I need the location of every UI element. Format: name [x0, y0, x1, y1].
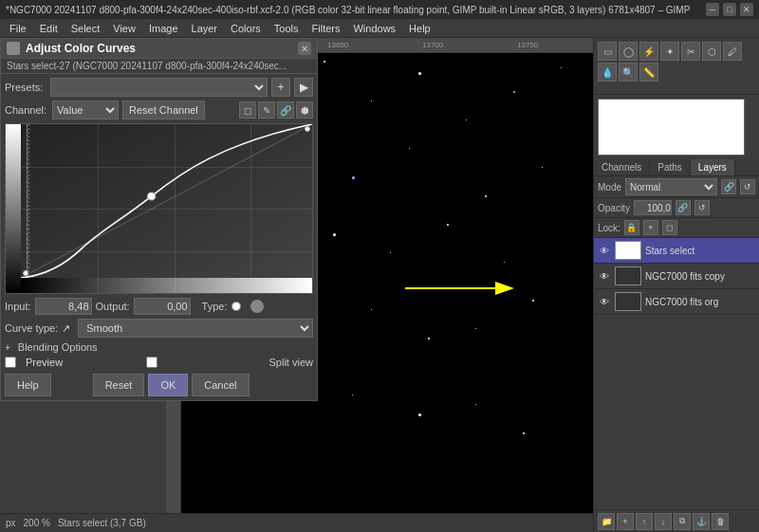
curves-title-left: Adjust Color Curves: [7, 42, 136, 55]
presets-menu-btn[interactable]: ▶: [294, 78, 313, 97]
lock-pixels-btn[interactable]: 🔒: [624, 220, 639, 235]
opacity-chain-btn[interactable]: 🔗: [676, 200, 691, 215]
menu-view[interactable]: View: [107, 21, 141, 36]
tool-paths[interactable]: 🖊: [723, 42, 742, 61]
opacity-reset-btn[interactable]: ↺: [694, 200, 710, 215]
layers-tabs: Channels Paths Layers: [594, 159, 759, 176]
raise-layer-btn[interactable]: ↑: [636, 513, 653, 530]
menu-tools[interactable]: Tools: [268, 21, 305, 36]
cancel-button[interactable]: Cancel: [192, 374, 249, 396]
layer-visibility-1[interactable]: 👁: [598, 244, 611, 257]
curves-close-button[interactable]: ✕: [298, 42, 311, 55]
reset-channel-button[interactable]: Reset Channel: [122, 101, 205, 119]
curve-type-row: Curve type: ↗ Smooth: [5, 319, 313, 338]
layer-visibility-3[interactable]: 👁: [598, 295, 611, 308]
channel-icon-4[interactable]: ⬢: [296, 101, 313, 119]
input-reference-line: [27, 124, 28, 278]
close-button[interactable]: ✕: [740, 3, 753, 16]
channel-icon-3[interactable]: 🔗: [277, 101, 294, 119]
tool-foreground-select[interactable]: ⬡: [702, 42, 721, 61]
curves-subtitle: Stars select-27 (NGC7000 20241107 d800-p…: [1, 59, 317, 74]
lock-alpha-btn[interactable]: ◻: [662, 220, 677, 235]
duplicate-layer-btn[interactable]: ⧉: [674, 513, 691, 530]
channel-icon-2[interactable]: ✎: [258, 101, 275, 119]
opacity-label: Opacity: [598, 203, 630, 213]
tool-scissors[interactable]: ✂: [681, 42, 700, 61]
menu-file[interactable]: File: [4, 21, 32, 36]
tab-layers[interactable]: Layers: [691, 159, 735, 175]
type-diamond-icon: [250, 300, 264, 313]
presets-row: Presets: + ▶: [5, 78, 313, 97]
toolbox-area: ▭ ◯ ⚡ ✦ ✂ ⬡ 🖊 💧 🔍 📏: [594, 38, 759, 95]
tool-fuzzy-select[interactable]: ✦: [660, 42, 679, 61]
mode-reset-btn[interactable]: ↺: [740, 179, 755, 194]
presets-add-btn[interactable]: +: [271, 78, 290, 97]
tool-free-select[interactable]: ⚡: [639, 42, 658, 61]
tab-paths[interactable]: Paths: [650, 159, 691, 175]
minimize-button[interactable]: ─: [706, 3, 719, 16]
mode-chain-btn[interactable]: 🔗: [721, 179, 736, 194]
layers-list: 👁 Stars select 👁 NGC7000 fits copy 👁 NGC…: [594, 238, 759, 509]
layer-name-3: NGC7000 fits org: [645, 297, 755, 307]
menu-help[interactable]: Help: [403, 21, 436, 36]
lock-pos-btn[interactable]: +: [643, 220, 658, 235]
curve-type-icon: ↗: [62, 322, 70, 335]
arrow-annotation: [400, 274, 514, 304]
tool-color-picker[interactable]: 💧: [598, 63, 617, 82]
dialog-buttons-row: Help Reset OK Cancel: [5, 374, 313, 396]
svg-marker-1: [495, 282, 514, 295]
statusbar-zoom: 200 %: [24, 518, 50, 528]
output-field[interactable]: [134, 298, 191, 315]
anchor-layer-btn[interactable]: ⚓: [693, 513, 710, 530]
preview-label: Preview: [26, 357, 63, 368]
menu-windows[interactable]: Windows: [347, 21, 401, 36]
layer-item-ngc-copy[interactable]: 👁 NGC7000 fits copy: [594, 264, 759, 289]
type-label: Type:: [202, 301, 228, 312]
blending-row[interactable]: + Blending Options: [5, 341, 313, 353]
input-field[interactable]: [35, 298, 92, 315]
menu-edit[interactable]: Edit: [34, 21, 64, 36]
title-bar: *NGC7000 20241107 d800-pfa-300f4-24x240s…: [0, 0, 759, 19]
split-view-checkbox[interactable]: [146, 357, 157, 368]
tool-zoom[interactable]: 🔍: [619, 63, 638, 82]
layer-item-ngc-org[interactable]: 👁 NGC7000 fits org: [594, 289, 759, 315]
new-layer-btn[interactable]: +: [617, 513, 634, 530]
menu-colors[interactable]: Colors: [225, 21, 267, 36]
left-gradient-bar: [6, 124, 21, 293]
preview-checkbox[interactable]: [5, 357, 16, 368]
reset-button[interactable]: Reset: [93, 374, 145, 396]
channel-select[interactable]: Value: [52, 101, 119, 119]
help-button[interactable]: Help: [5, 374, 51, 396]
curves-graph[interactable]: [5, 123, 313, 294]
channel-icon-1[interactable]: ◻: [239, 101, 256, 119]
presets-select[interactable]: [50, 78, 268, 97]
tab-channels[interactable]: Channels: [594, 159, 650, 175]
layer-item-stars-select[interactable]: 👁 Stars select: [594, 238, 759, 264]
statusbar-unit: px: [6, 518, 16, 528]
type-radio-1[interactable]: [231, 302, 241, 311]
ok-button[interactable]: OK: [148, 374, 188, 396]
layer-thumb-1: [615, 241, 641, 260]
window-controls: ─ □ ✕: [706, 3, 753, 16]
curves-dialog-icon: [7, 42, 20, 55]
menu-layer[interactable]: Layer: [186, 21, 224, 36]
tool-rect-select[interactable]: ▭: [598, 42, 617, 61]
curve-type-select[interactable]: Smooth: [78, 319, 313, 338]
presets-label: Presets:: [5, 82, 43, 93]
delete-layer-btn[interactable]: 🗑: [712, 513, 729, 530]
menu-filters[interactable]: Filters: [306, 21, 346, 36]
menu-select[interactable]: Select: [65, 21, 106, 36]
layer-visibility-2[interactable]: 👁: [598, 269, 611, 283]
layer-name-1: Stars select: [645, 246, 755, 256]
menu-image[interactable]: Image: [143, 21, 184, 36]
expand-icon: +: [5, 342, 10, 353]
opacity-input[interactable]: [634, 200, 672, 215]
tool-measure[interactable]: 📏: [639, 63, 658, 82]
opacity-row: Opacity 🔗 ↺: [594, 198, 759, 218]
tool-ellipse-select[interactable]: ◯: [619, 42, 638, 61]
mode-select[interactable]: Normal: [625, 178, 717, 195]
maximize-button[interactable]: □: [723, 3, 736, 16]
svg-point-3: [147, 193, 155, 200]
new-layer-group-btn[interactable]: 📁: [598, 513, 615, 530]
lower-layer-btn[interactable]: ↓: [655, 513, 672, 530]
